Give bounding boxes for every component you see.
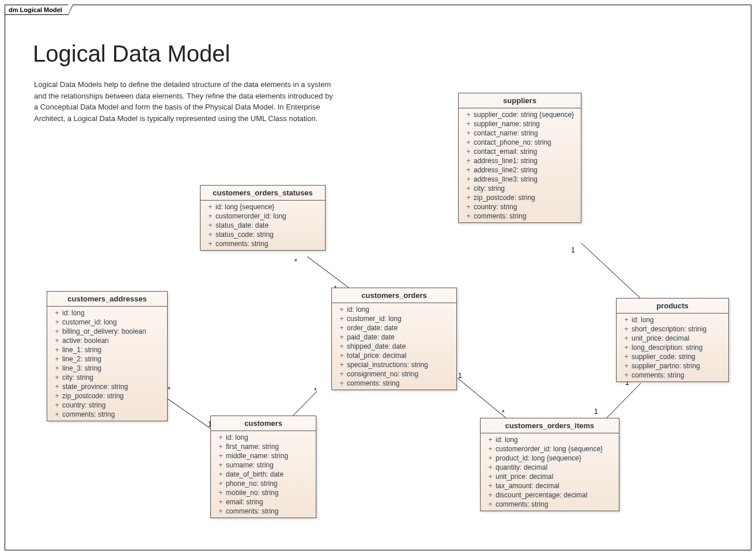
attribute-visibility: + <box>485 491 496 499</box>
attribute-text: mobile_no: string <box>226 489 311 497</box>
attribute-text: id: long <box>632 316 724 324</box>
attribute-row: +id: long <box>332 305 456 314</box>
attribute-text: total_price: decimal <box>347 352 452 360</box>
attribute-text: comments: string <box>496 500 614 508</box>
attribute-row: +status_date: date <box>201 221 325 230</box>
attribute-row: +surname: string <box>211 460 316 470</box>
attribute-row: +supplier_partno: string <box>617 361 728 371</box>
attribute-row: +total_price: decimal <box>332 351 456 360</box>
attribute-row: +customer_id: long <box>47 318 167 327</box>
attribute-visibility: + <box>463 184 474 192</box>
attribute-visibility: + <box>52 327 62 335</box>
attribute-text: discount_percentage: decimal <box>496 491 614 499</box>
attribute-visibility: + <box>463 129 474 137</box>
attribute-row: +order_date: date <box>332 323 456 333</box>
attribute-text: zip_postcode: string <box>62 392 162 400</box>
attribute-visibility: + <box>463 157 474 165</box>
attribute-row: +country: string <box>47 401 167 410</box>
attribute-row: +city: string <box>459 184 581 193</box>
attribute-row: +contact_email: string <box>459 147 581 156</box>
attribute-row: +billing_or_delivery: boolean <box>47 327 167 336</box>
attribute-visibility: + <box>621 371 632 379</box>
attribute-visibility: + <box>52 346 62 354</box>
attribute-text: id: long {sequence} <box>216 203 320 211</box>
attribute-text: paid_date: date <box>347 333 452 341</box>
attribute-text: consignment_no: string <box>347 370 452 378</box>
attribute-text: address_line1: string <box>474 157 576 165</box>
attribute-text: line_1: string <box>62 346 162 354</box>
attribute-visibility: + <box>337 315 347 323</box>
attribute-visibility: + <box>216 507 226 515</box>
attribute-visibility: + <box>337 352 347 360</box>
mult-star: * <box>502 409 505 417</box>
attribute-text: customer_id: long <box>347 315 452 323</box>
attribute-row: +contact_name: string <box>459 129 581 138</box>
attribute-visibility: + <box>216 443 226 451</box>
attribute-visibility: + <box>216 461 226 469</box>
attribute-text: country: string <box>62 401 162 409</box>
attribute-row: +consignment_no: string <box>332 369 456 379</box>
attribute-text: supplier_name: string <box>474 120 576 128</box>
entity-customers-addresses[interactable]: customers_addresses +id: long+customer_i… <box>47 291 168 421</box>
attribute-text: comments: string <box>347 379 452 387</box>
attribute-visibility: + <box>463 194 474 202</box>
attribute-text: first_name: string <box>226 443 311 451</box>
attribute-text: id: long <box>226 433 311 441</box>
attribute-text: short_description: strinig <box>632 325 724 333</box>
attribute-text: order_date: date <box>347 324 452 332</box>
attribute-text: product_id: long {sequence} <box>496 454 614 462</box>
attribute-visibility: + <box>337 324 347 332</box>
attribute-visibility: + <box>463 212 474 220</box>
svg-line-1 <box>166 398 211 429</box>
entity-customers-orders[interactable]: customers_orders +id: long+customer_id: … <box>331 288 457 390</box>
attribute-row: +unit_price: decimal <box>617 334 728 343</box>
entity-title: customers_addresses <box>47 292 167 307</box>
attribute-text: line_3: string <box>62 364 162 372</box>
attribute-text: supplier_code: string {sequence} <box>474 111 576 119</box>
attribute-visibility: + <box>205 212 216 220</box>
entity-title: customers_orders_statuses <box>201 186 325 201</box>
attribute-row: +comments: string <box>201 239 325 248</box>
attribute-visibility: + <box>216 433 226 441</box>
entity-title: customers_orders_items <box>481 418 619 433</box>
attribute-visibility: + <box>621 334 632 342</box>
entity-customers-orders-items[interactable]: customers_orders_items +id: long+custome… <box>480 418 619 511</box>
attribute-visibility: + <box>337 370 347 378</box>
attribute-text: id: long <box>62 309 162 317</box>
attribute-row: +date_of_birth: date <box>211 470 316 479</box>
attribute-list: +id: long+first_name: string+middle_name… <box>211 431 316 518</box>
attribute-row: +short_description: strinig <box>617 324 728 334</box>
entity-customers-orders-statuses[interactable]: customers_orders_statuses +id: long {seq… <box>200 185 326 251</box>
attribute-text: address_line2: string <box>474 166 576 174</box>
attribute-visibility: + <box>463 111 474 119</box>
entity-products[interactable]: products +id: long+short_description: st… <box>616 298 729 382</box>
attribute-text: email: string <box>226 498 311 506</box>
attribute-row: +supplier_name: string <box>459 119 581 129</box>
attribute-text: shipped_date: date <box>347 342 452 350</box>
svg-line-0 <box>307 256 353 291</box>
attribute-row: +line_1: string <box>47 345 167 354</box>
attribute-row: +comments: string <box>47 410 167 419</box>
attribute-text: comments: string <box>632 371 724 379</box>
attribute-visibility: + <box>621 325 632 333</box>
attribute-visibility: + <box>485 436 496 444</box>
attribute-text: supplier_code: string <box>632 353 724 361</box>
attribute-row: +supplier_code: string <box>617 352 728 361</box>
attribute-row: +contact_phone_no: string <box>459 138 581 147</box>
attribute-visibility: + <box>52 410 62 418</box>
attribute-visibility: + <box>52 383 62 391</box>
attribute-visibility: + <box>205 221 216 229</box>
attribute-visibility: + <box>463 166 474 174</box>
entity-suppliers[interactable]: suppliers +supplier_code: string {sequen… <box>458 93 581 223</box>
attribute-row: +middle_name: string <box>211 451 316 460</box>
attribute-text: phone_no: string <box>226 480 311 488</box>
attribute-row: +comments: string <box>617 371 728 380</box>
attribute-row: +tax_amount: decimal <box>481 481 619 490</box>
attribute-text: comments: string <box>474 212 576 220</box>
attribute-text: unit_price: decimal <box>632 334 724 342</box>
entity-customers[interactable]: customers +id: long+first_name: string+m… <box>210 416 316 518</box>
attribute-list: +id: long+customerorder_id: long {sequen… <box>481 433 619 511</box>
attribute-row: +customerorder_id: long <box>201 212 325 221</box>
attribute-visibility: + <box>216 452 226 460</box>
attribute-visibility: + <box>205 203 216 211</box>
